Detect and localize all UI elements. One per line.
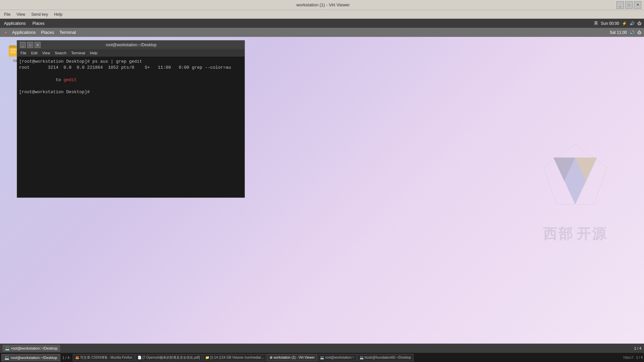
vm-volume-icon: 🔊 (630, 21, 635, 26)
host-item-rootterm[interactable]: 💻 root@workstation:~ (318, 354, 357, 361)
vm-logo (533, 137, 617, 221)
vm-second-panel-left: ● Applications Places Terminal (3, 29, 78, 36)
rootterm-icon: 💻 (320, 356, 324, 359)
virtviewer-icon: 🖥 (269, 356, 273, 359)
close-button[interactable]: ✕ (634, 1, 641, 9)
host-page-left: 1 / 4 (62, 356, 69, 360)
vm-terminal-title: root@workstation:~/Desktop (41, 43, 222, 47)
vm-panel-left: Applications Places (3, 20, 46, 26)
terminal-line2: root 3214 0.0 0.0 221864 1052 pts/0 S+ 1… (19, 65, 243, 71)
kiosk-icon: 💻 (360, 356, 364, 359)
vm-applications-menu[interactable]: Applications (3, 20, 27, 26)
virt-title-bar: workstation (1) - Virt Viewer _ □ ✕ (0, 0, 644, 10)
minimize-button[interactable]: _ (616, 1, 624, 9)
host-taskbar-terminal[interactable]: 💻 root@workstation:~/Desktop (1, 354, 60, 361)
terminal-line3: to gedit (19, 71, 243, 89)
files-label: [1-14 (124 GB Volume /run/media/... (210, 356, 264, 359)
svg-rect-4 (13, 49, 15, 51)
terminal-menu-help[interactable]: Help (88, 51, 100, 55)
vm-battery-icon: ⚡ (622, 21, 627, 26)
terminal-line1: [root@workstation Desktop]# ps aux | gre… (19, 59, 243, 65)
host-item-pdf[interactable]: 📄 [7.Openssh服务的部署及安全优化.pdf] (135, 354, 202, 361)
vm-time: Sun 00:00 (601, 21, 619, 26)
svg-rect-6 (13, 51, 15, 53)
vm-watermark-text: 西部 开源 (543, 225, 607, 243)
pdf-label: [7.Openssh服务的部署及安全优化.pdf] (143, 355, 200, 360)
virtviewer-label: workstation (1) - Virt Viewer (274, 356, 315, 359)
maximize-button[interactable]: □ (625, 1, 633, 9)
vm-taskbar-right: 1 / 4 (634, 346, 641, 350)
host-item-firefox[interactable]: 🦊 写文章-CSDN博客 - Mozilla Firefox (73, 354, 135, 361)
virt-menu-file[interactable]: File (1, 11, 13, 17)
vm-second-applications[interactable]: Applications (10, 29, 38, 36)
vm-second-time: Sat 11:00 (610, 30, 627, 35)
host-taskbar: 💻 root@workstation:~/Desktop 1 / 4 🦊 写文章… (0, 353, 644, 362)
taskbar-terminal-icon: 💻 (5, 346, 10, 351)
virt-viewer-window: workstation (1) - Virt Viewer _ □ ✕ File… (0, 0, 644, 362)
vm-network-icon: 英 (594, 20, 598, 26)
kiosk-label: kiosk@foundation66:~/Desktop (365, 356, 411, 359)
vm-terminal-content[interactable]: [root@workstation Desktop]# ps aux | gre… (17, 57, 245, 197)
host-url-area: https:// 1 / 4 (624, 356, 643, 359)
terminal-close[interactable]: ✕ (35, 42, 41, 48)
terminal-line4: [root@workstation Desktop]# (19, 89, 243, 95)
vm-second-terminal[interactable]: Terminal (57, 29, 78, 36)
host-url: https:// (624, 356, 634, 359)
rootterm-label: root@workstation:~ (325, 356, 354, 359)
vm-watermark: 西部 开源 (533, 137, 617, 243)
virt-window-controls: _ □ ✕ (616, 1, 641, 9)
firefox-label: 写文章-CSDN博客 - Mozilla Firefox (80, 355, 132, 360)
watermark-cn1: 西部 (543, 225, 574, 243)
svg-rect-3 (11, 49, 13, 51)
vm-power-icon: ⏻ (637, 21, 641, 26)
virt-menu-view[interactable]: View (14, 11, 28, 17)
watermark-cn2: 开源 (577, 225, 607, 243)
vm-screen: Applications Places 英 Sun 00:00 ⚡ 🔊 ⏻ ● … (0, 19, 644, 353)
vm-second-places[interactable]: Places (39, 29, 56, 36)
host-item-kiosk[interactable]: 💻 kiosk@foundation66:~/Desktop (357, 354, 414, 361)
svg-rect-2 (9, 45, 16, 48)
vm-terminal-controls: _ □ ✕ (20, 42, 41, 48)
vm-taskbar-left: 💻 root@workstation:~/Desktop (3, 345, 60, 352)
host-terminal-label: root@workstation:~/Desktop (11, 356, 57, 360)
taskbar-page: 1 / 4 (634, 346, 641, 350)
pdf-icon: 📄 (138, 356, 142, 359)
terminal-minimize[interactable]: _ (20, 42, 26, 48)
firefox-icon: 🦊 (75, 356, 79, 359)
vm-top-panel: Applications Places 英 Sun 00:00 ⚡ 🔊 ⏻ (0, 19, 644, 28)
terminal-menu-search[interactable]: Search (53, 51, 68, 55)
terminal-menu-view[interactable]: View (40, 51, 52, 55)
vm-terminal: _ □ ✕ root@workstation:~/Desktop File Ed… (17, 40, 245, 198)
virt-menu-bar: File View Send key Help (0, 10, 644, 19)
host-terminal-icon: 💻 (4, 355, 9, 360)
vm-second-power: ⏻ (637, 30, 641, 35)
vm-second-panel-right: Sat 11:00 🔊 ⏻ (610, 30, 641, 35)
vm-panel-right: 英 Sun 00:00 ⚡ 🔊 ⏻ (594, 20, 641, 26)
vm-desktop-area: root Trash (0, 37, 644, 344)
terminal-menu-terminal[interactable]: Terminal (69, 51, 87, 55)
vm-taskbar: 💻 root@workstation:~/Desktop 1 / 4 (0, 344, 644, 353)
vm-terminal-titlebar: _ □ ✕ root@workstation:~/Desktop (17, 41, 245, 49)
virt-menu-help[interactable]: Help (51, 11, 65, 17)
terminal-line3-pre: to (56, 77, 63, 82)
terminal-menu-edit[interactable]: Edit (29, 51, 40, 55)
host-taskbar-items: 🦊 写文章-CSDN博客 - Mozilla Firefox 📄 [7.Open… (73, 354, 414, 361)
virt-menu-sendkey[interactable]: Send key (29, 11, 51, 17)
host-item-files[interactable]: 📁 [1-14 (124 GB Volume /run/media/... (203, 354, 266, 361)
vm-places-menu[interactable]: Places (31, 20, 46, 26)
svg-rect-5 (11, 51, 13, 53)
terminal-maximize[interactable]: □ (27, 42, 33, 48)
vm-applications-icon: ● (3, 30, 9, 35)
vm-desktop: Applications Places 英 Sun 00:00 ⚡ 🔊 ⏻ ● … (0, 19, 644, 353)
taskbar-item-terminal[interactable]: 💻 root@workstation:~/Desktop (3, 345, 60, 352)
host-item-virtviewer[interactable]: 🖥 workstation (1) - Virt Viewer (267, 354, 317, 361)
terminal-line3-highlight: gedit (64, 77, 77, 82)
terminal-menu-file[interactable]: File (18, 51, 29, 55)
vm-second-volume: 🔊 (630, 30, 635, 35)
vm-terminal-menubar: File Edit View Search Terminal Help (17, 49, 245, 57)
virt-title-text: workstation (1) - Virt Viewer (30, 2, 616, 7)
vm-second-panel: ● Applications Places Terminal Sat 11:00… (0, 28, 644, 37)
host-page-right: 1 / 4 (636, 356, 643, 359)
taskbar-terminal-label: root@workstation:~/Desktop (11, 346, 58, 350)
files-icon: 📁 (205, 356, 209, 359)
